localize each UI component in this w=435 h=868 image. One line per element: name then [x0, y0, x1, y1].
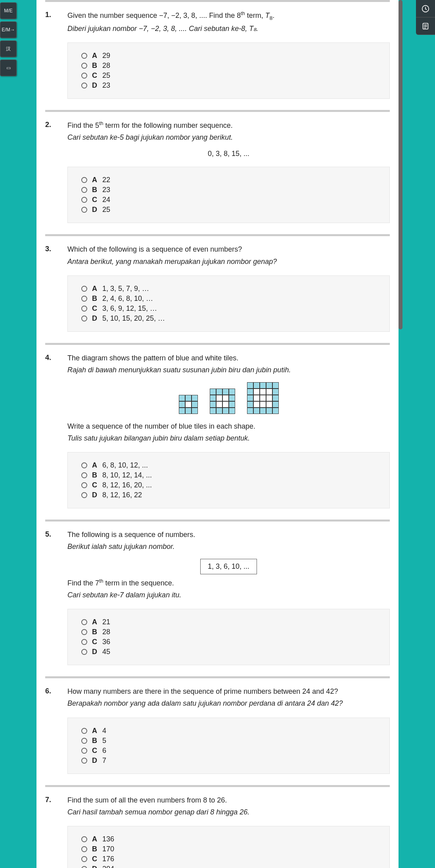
option-b[interactable]: B28 — [81, 62, 376, 70]
question-text-en: The diagram shows the pattern of blue an… — [67, 353, 390, 363]
chinese-tab[interactable]: 汉 — [0, 40, 17, 57]
radio-icon — [81, 177, 87, 183]
option-d[interactable]: D204 — [81, 865, 376, 868]
question-text-ms: Rajah di bawah menunjukkan suatu susunan… — [67, 365, 390, 375]
option-a[interactable]: A6, 8, 10, 12, ... — [81, 461, 376, 470]
option-c[interactable]: C176 — [81, 855, 376, 863]
option-d[interactable]: D45 — [81, 648, 376, 656]
lang-switch-tab[interactable]: E/M→ — [0, 21, 17, 38]
option-a[interactable]: A4 — [81, 727, 376, 735]
question-text-en: Find the 5th term for the following numb… — [67, 120, 390, 131]
radio-icon — [81, 738, 87, 744]
option-d[interactable]: D5, 10, 15, 20, 25, … — [81, 314, 376, 323]
right-sidebar — [416, 0, 435, 35]
question-text-en: The following is a sequence of numbers. — [67, 529, 390, 540]
question-text-en: Given the number sequence −7, −2, 3, 8, … — [67, 10, 390, 22]
question-number: 4. — [45, 353, 67, 508]
question-text-ms-2: Cari sebutan ke-7 dalam jujukan itu. — [67, 590, 390, 600]
option-a[interactable]: A29 — [81, 52, 376, 60]
notes-tab[interactable] — [416, 17, 435, 35]
left-sidebar: M/E E/M→ 汉 ▭ — [0, 2, 17, 76]
option-c[interactable]: C25 — [81, 71, 376, 80]
question-3: 3. Which of the following is a sequence … — [45, 234, 390, 343]
option-c[interactable]: C3, 6, 9, 12, 15, … — [81, 304, 376, 313]
radio-icon — [81, 63, 87, 69]
answer-options: A29 B28 C25 D23 — [67, 42, 390, 99]
timer-tab[interactable] — [416, 0, 435, 17]
question-4: 4. The diagram shows the pattern of blue… — [45, 343, 390, 520]
radio-icon — [81, 836, 87, 842]
radio-icon — [81, 748, 87, 754]
option-a[interactable]: A21 — [81, 618, 376, 626]
radio-icon — [81, 296, 87, 302]
option-c[interactable]: C36 — [81, 638, 376, 646]
option-c[interactable]: C24 — [81, 196, 376, 204]
radio-icon — [81, 53, 87, 59]
radio-icon — [81, 462, 87, 468]
answer-options: A136 B170 C176 D204 — [67, 826, 390, 868]
question-text-ms: Cari hasil tambah semua nombor genap dar… — [67, 807, 390, 817]
option-d[interactable]: D7 — [81, 756, 376, 765]
radio-icon — [81, 197, 87, 203]
lang-toggle-tab[interactable]: M/E — [0, 2, 17, 19]
question-number: 7. — [45, 795, 67, 868]
option-b[interactable]: B28 — [81, 628, 376, 636]
option-a[interactable]: A22 — [81, 176, 376, 184]
question-text-ms: Berapakah nombor yang ada dalam satu juj… — [67, 698, 390, 708]
question-text-en-2: Find the 7th term in the sequence. — [67, 577, 390, 588]
option-d[interactable]: D23 — [81, 81, 376, 90]
radio-icon — [81, 316, 87, 321]
answer-options: A6, 8, 10, 12, ... B8, 10, 12, 14, ... C… — [67, 452, 390, 508]
question-1: 1. Given the number sequence −7, −2, 3, … — [45, 0, 390, 110]
question-text-en: How many numbers are there in the sequen… — [67, 686, 390, 697]
option-b[interactable]: B8, 10, 12, 14, ... — [81, 471, 376, 479]
question-number: 5. — [45, 529, 67, 665]
radio-icon — [81, 472, 87, 478]
scrollbar[interactable] — [399, 0, 402, 329]
radio-icon — [81, 482, 87, 488]
radio-icon — [81, 649, 87, 655]
sequence-display: 0, 3, 8, 15, ... — [67, 150, 390, 158]
question-text-en-2: Write a sequence of the number of blue t… — [67, 421, 390, 431]
answer-options: A4 B5 C6 D7 — [67, 718, 390, 774]
option-c[interactable]: C6 — [81, 747, 376, 755]
radio-icon — [81, 629, 87, 635]
radio-icon — [81, 639, 87, 645]
option-b[interactable]: B5 — [81, 737, 376, 745]
radio-icon — [81, 207, 87, 213]
option-c[interactable]: C8, 12, 16, 20, ... — [81, 481, 376, 489]
option-b[interactable]: B170 — [81, 845, 376, 853]
question-text-ms: Diberi jujukan nombor −7, −2, 3, 8, ....… — [67, 23, 390, 34]
question-2: 2. Find the 5th term for the following n… — [45, 110, 390, 234]
option-a[interactable]: A1, 3, 5, 7, 9, … — [81, 285, 376, 293]
radio-icon — [81, 187, 87, 193]
radio-icon — [81, 73, 87, 79]
answer-options: A22 B23 C24 D25 — [67, 167, 390, 223]
question-number: 1. — [45, 10, 67, 99]
question-text-ms: Antara berikut, yang manakah merupakan j… — [67, 256, 390, 267]
notes-icon — [421, 22, 430, 31]
radio-icon — [81, 758, 87, 764]
fullscreen-tab[interactable]: ▭ — [0, 60, 17, 76]
radio-icon — [81, 728, 87, 734]
option-b[interactable]: B2, 4, 6, 8, 10, … — [81, 294, 376, 303]
clock-icon — [421, 4, 430, 13]
question-paper: 1. Given the number sequence −7, −2, 3, … — [36, 0, 399, 868]
option-d[interactable]: D25 — [81, 206, 376, 214]
radio-icon — [81, 619, 87, 625]
answer-options: A21 B28 C36 D45 — [67, 609, 390, 665]
radio-icon — [81, 866, 87, 868]
question-5: 5. The following is a sequence of number… — [45, 520, 390, 676]
radio-icon — [81, 492, 87, 498]
radio-icon — [81, 856, 87, 862]
question-number: 3. — [45, 244, 67, 331]
radio-icon — [81, 846, 87, 852]
radio-icon — [81, 83, 87, 89]
option-a[interactable]: A136 — [81, 835, 376, 843]
option-d[interactable]: D8, 12, 16, 22 — [81, 491, 376, 499]
option-b[interactable]: B23 — [81, 186, 376, 194]
question-text-ms: Berikut ialah satu jujukan nombor. — [67, 541, 390, 552]
tile-diagram — [67, 382, 390, 414]
question-7: 7. Find the sum of all the even numbers … — [45, 785, 390, 868]
question-number: 2. — [45, 120, 67, 223]
